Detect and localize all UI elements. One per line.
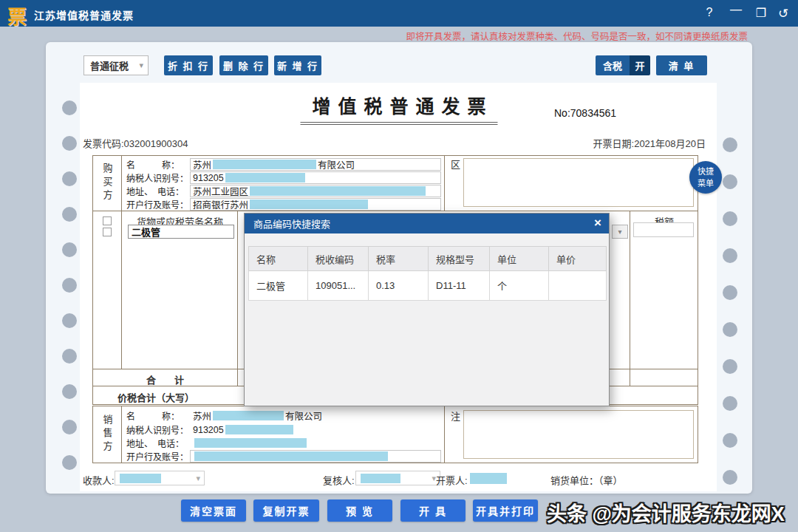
perforation-dot (62, 313, 77, 328)
restore-window-icon[interactable]: ❐ (752, 6, 770, 20)
total-label: 合 计 (146, 372, 188, 386)
tax-mode-value: 普通征税 (90, 58, 129, 72)
tax-included-state: 开 (630, 55, 650, 75)
buyer-bank-input[interactable]: 招商银行苏州 (190, 198, 441, 211)
perforation-dot (62, 207, 77, 222)
warning-message: 即将开具发票，请认真核对发票种类、代码、号码是否一致，如不同请更换纸质发票 (406, 29, 748, 43)
password-area-divider (444, 156, 445, 211)
tax-amount-input[interactable] (633, 222, 694, 237)
checkbox-col-divider (121, 211, 122, 369)
preview-button[interactable]: 预 览 (327, 499, 392, 522)
seller-unit-label: 销货单位：（章） (550, 473, 623, 487)
delete-row-button[interactable]: 删 除 行 (219, 55, 268, 75)
perforation-dot (723, 359, 737, 374)
perforation-dot (723, 470, 737, 485)
tax-included-label: 含税 (596, 55, 630, 75)
perforation-dot (62, 136, 77, 151)
minimize-icon[interactable]: — (727, 3, 745, 16)
title-bar: 票 江苏增值税普通发票 ? — ❐ ↺ (0, 0, 798, 27)
seller-taxid-label: 纳税人识别号： (126, 423, 190, 436)
clear-invoice-button[interactable]: 清空票面 (181, 499, 246, 522)
redaction-bar (361, 474, 400, 483)
seller-taxid-value: 913205 (190, 423, 441, 436)
col-tax-code: 税收编码 (308, 247, 369, 271)
goods-name-input[interactable]: 二极管 (128, 225, 234, 239)
chevron-down-icon: ▾ (139, 61, 143, 70)
buyer-name-prefix: 苏州 (193, 158, 211, 171)
redaction-bar (470, 473, 507, 484)
undo-icon[interactable]: ↺ (774, 6, 792, 21)
payee-label: 收款人: (83, 473, 115, 487)
goods-col-divider (237, 369, 238, 386)
row-checkbox[interactable] (103, 216, 112, 225)
seller-side-label: 销售方 (93, 406, 122, 463)
buyer-name-input[interactable]: 苏州 有限公司 (190, 158, 441, 171)
perforation-dot (723, 396, 737, 411)
cell-tax-code[interactable]: 109051... (308, 271, 369, 301)
perforation-dot (62, 171, 77, 186)
reviewer-label: 复核人: (323, 473, 355, 487)
invoice-number: No:70834561 (554, 107, 616, 119)
seller-name-prefix: 苏州 (193, 409, 211, 422)
seller-name-suffix: 有限公司 (285, 409, 322, 422)
col-price: 单价 (549, 247, 607, 271)
tax-rate-dropdown[interactable]: ▾ (612, 225, 628, 239)
copy-invoice-button[interactable]: 复制开票 (253, 499, 319, 522)
redaction-bar (225, 173, 305, 183)
perforation-dot (723, 248, 737, 263)
remark-divider (444, 406, 445, 463)
issue-print-button[interactable]: 开具并打印 (473, 499, 538, 522)
invoice-code: 发票代码:032001900304 (83, 136, 188, 150)
issue-button[interactable]: 开 具 (400, 499, 466, 522)
buyer-taxid-input[interactable]: 913205 (190, 171, 441, 184)
perforation-dot (62, 100, 77, 115)
app-logo-icon: 票 (7, 1, 27, 29)
payee-select[interactable]: ▾ (115, 471, 205, 485)
buyer-side-label: 购买方 (93, 156, 122, 211)
row-checkbox[interactable] (103, 228, 112, 236)
tax-mode-select[interactable]: 普通征税 ▾ (83, 55, 149, 75)
cell-unit[interactable]: 个 (490, 271, 549, 301)
perforation-dot (723, 174, 737, 189)
col-name: 名称 (249, 247, 308, 271)
buyer-taxid-label: 纳税人识别号： (126, 171, 190, 184)
reviewer-select[interactable]: ▾ (355, 471, 440, 485)
dialog-title-bar[interactable]: 商品编码快捷搜索 × (245, 214, 609, 233)
table-row[interactable]: 二极管 109051... 0.13 D11-11 个 (249, 271, 607, 301)
buyer-name-suffix: 有限公司 (318, 158, 355, 171)
goods-col-divider (237, 211, 238, 369)
cell-tax-rate[interactable]: 0.13 (369, 271, 429, 301)
help-icon[interactable]: ? (700, 6, 718, 19)
chevron-down-icon: ▾ (196, 474, 200, 483)
quick-menu-button[interactable]: 快捷 菜单 (689, 161, 722, 194)
buyer-address-input[interactable]: 苏州工业园区 (190, 185, 441, 197)
dialog-title: 商品编码快捷搜索 (253, 216, 330, 231)
seller-address-value (190, 437, 441, 449)
goods-item-value: 二极管 (132, 225, 160, 239)
buyer-name-label: 名 称： (126, 158, 190, 171)
buyer-address-prefix: 苏州工业园区 (193, 185, 248, 197)
discount-row-button[interactable]: 折 扣 行 (164, 55, 213, 75)
add-row-button[interactable]: 新 增 行 (274, 55, 321, 75)
commodity-table: 名称 税收编码 税率 规格型号 单位 单价 二极管 109051... 0.13… (248, 246, 607, 301)
redaction-bar (250, 186, 426, 196)
cell-spec[interactable]: D11-11 (429, 271, 490, 301)
buyer-bank-prefix: 招商银行苏州 (193, 198, 248, 211)
seller-bank-input[interactable] (190, 450, 441, 463)
tax-included-toggle[interactable]: 含税 开 (596, 55, 650, 75)
cell-price[interactable] (549, 271, 607, 301)
perforation-dot (62, 420, 77, 434)
seller-taxid-prefix: 913205 (193, 425, 224, 435)
perforation-dot (62, 384, 77, 399)
list-button[interactable]: 清 单 (656, 55, 707, 75)
redaction-bar (120, 474, 161, 483)
close-icon[interactable]: × (594, 216, 601, 231)
redaction-bar (213, 411, 284, 420)
cell-name[interactable]: 二极管 (249, 271, 308, 301)
tax-col-divider (630, 369, 630, 386)
col-spec: 规格型号 (429, 247, 490, 271)
seller-bank-label: 开户行及账号： (126, 450, 190, 463)
amount-in-words-label: 价税合计（大写） (117, 390, 194, 404)
perforation-dot (723, 211, 737, 226)
invoice-date: 开票日期:2021年08月20日 (593, 136, 706, 150)
